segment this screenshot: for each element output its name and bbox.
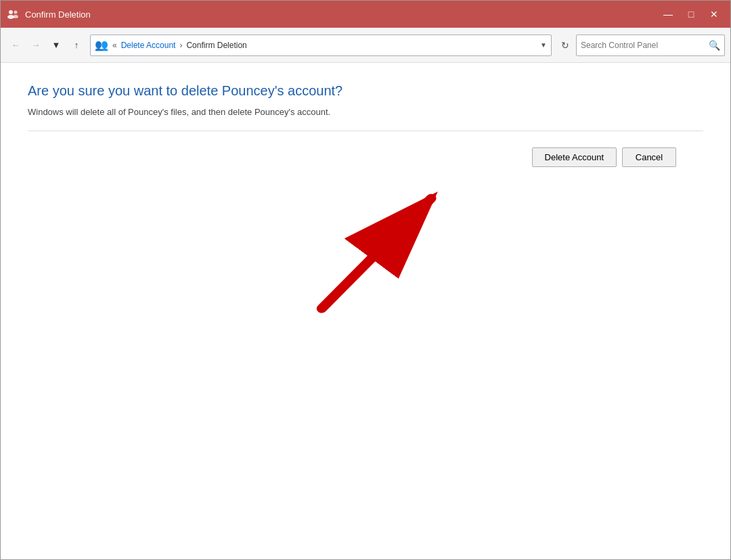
breadcrumb-link-delete-account[interactable]: Delete Account — [121, 41, 176, 50]
annotation-arrow — [1, 63, 730, 559]
window-title: Confirm Deletion — [25, 9, 657, 20]
up-button[interactable]: ↑ — [67, 36, 86, 55]
question-title: Are you sure you want to delete Pouncey'… — [28, 83, 703, 99]
svg-line-5 — [322, 198, 431, 308]
title-bar: Confirm Deletion — □ ✕ — [1, 1, 730, 28]
back-button[interactable]: ← — [6, 36, 25, 55]
forward-button[interactable]: → — [26, 36, 45, 55]
divider — [28, 131, 703, 131]
breadcrumb-arrow: › — [179, 41, 182, 50]
action-buttons: Delete Account Cancel — [28, 147, 703, 167]
breadcrumb-icon: 👥 — [95, 39, 108, 51]
maximize-button[interactable]: □ — [680, 5, 702, 24]
cancel-button[interactable]: Cancel — [622, 147, 676, 167]
search-input[interactable] — [581, 41, 706, 50]
address-bar: 👥 « Delete Account › Confirm Deletion ▼ — [90, 34, 552, 56]
description-text: Windows will delete all of Pouncey's fil… — [28, 107, 703, 117]
svg-point-3 — [13, 15, 18, 18]
window: Confirm Deletion — □ ✕ ← → ▼ ↑ 👥 — [0, 0, 731, 560]
recent-locations-button[interactable]: ▼ — [47, 36, 66, 55]
address-dropdown-button[interactable]: ▼ — [540, 41, 547, 49]
svg-point-0 — [9, 10, 13, 14]
refresh-button[interactable]: ↻ — [556, 36, 575, 55]
content-area: Are you sure you want to delete Pouncey'… — [1, 63, 730, 559]
window-controls: — □ ✕ — [657, 5, 725, 24]
breadcrumb-separator1: « — [112, 41, 117, 50]
delete-account-button[interactable]: Delete Account — [532, 147, 617, 167]
svg-point-2 — [14, 11, 18, 14]
search-box: 🔍 — [576, 34, 725, 56]
window-icon — [6, 7, 20, 21]
breadcrumb-current: Confirm Deletion — [186, 41, 246, 50]
close-button[interactable]: ✕ — [703, 5, 725, 24]
minimize-button[interactable]: — — [657, 5, 679, 24]
nav-bar: ← → ▼ ↑ 👥 « Delete Account › Confirm Del… — [1, 28, 730, 63]
search-icon[interactable]: 🔍 — [709, 40, 720, 51]
